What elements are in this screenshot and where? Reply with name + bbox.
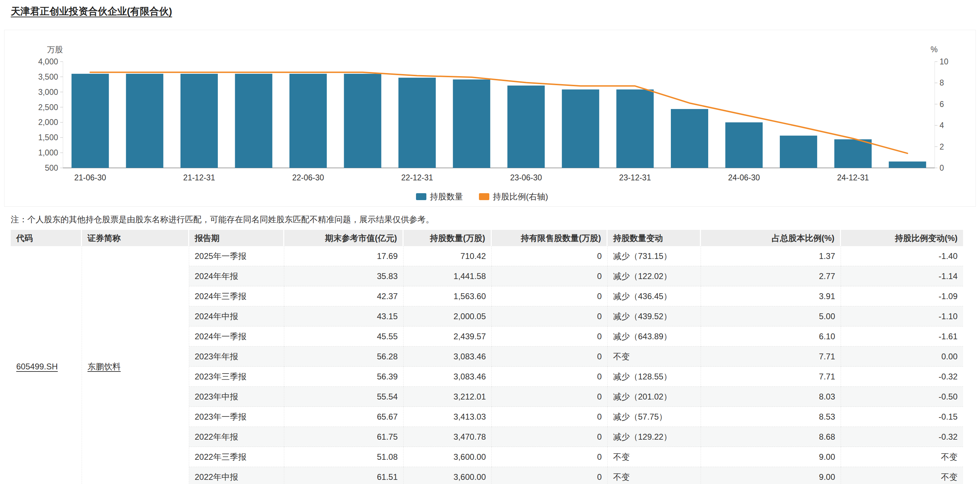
cell-ratio-change: -1.14: [841, 266, 963, 286]
cell-quantity-change: 减少（731.15）: [608, 246, 701, 266]
cell-ratio-change: -1.61: [841, 326, 963, 347]
cell-market-value: 17.69: [284, 246, 404, 266]
stock-code-link[interactable]: 605499.SH: [16, 362, 58, 371]
cell-capital-ratio: 8.03: [701, 387, 841, 407]
cell-holding-quantity: 710.42: [404, 246, 492, 266]
x-axis-tick-label: 24-12-31: [837, 173, 869, 182]
cell-market-value: 35.83: [284, 266, 404, 286]
holdings-table: 代码证券简称报告期期末参考市值(亿元)持股数量(万股)持有限售股数量(万股)持股…: [11, 230, 963, 484]
cell-restricted-quantity: 0: [492, 467, 608, 484]
right-axis-tick-label: 4: [940, 121, 944, 130]
stock-name-link[interactable]: 东鹏饮料: [88, 362, 121, 371]
table-header: 代码证券简称报告期期末参考市值(亿元)持股数量(万股)持有限售股数量(万股)持股…: [11, 230, 963, 246]
cell-ratio-change: -0.50: [841, 387, 963, 407]
chart-bar: [507, 86, 545, 168]
right-axis-tick-label: 2: [940, 142, 944, 151]
cell-ratio-change: 0.00: [841, 347, 963, 367]
chart-bar: [126, 74, 163, 168]
x-axis-tick-label: 22-12-31: [401, 173, 433, 182]
cell-report-period: 2023年中报: [189, 387, 284, 407]
cell-ratio-change: -0.32: [841, 367, 963, 387]
cell-market-value: 51.08: [284, 447, 404, 467]
cell-market-value: 55.54: [284, 387, 404, 407]
chart-bar: [453, 80, 490, 168]
cell-ratio-change: -1.40: [841, 246, 963, 266]
right-axis-tick-label: 10: [940, 57, 948, 66]
chart-bar: [235, 74, 272, 168]
column-header: 持有限售股数量(万股): [492, 230, 608, 246]
column-header: 占总股本比例(%): [701, 230, 841, 246]
left-axis-tick-label: 3,000: [38, 88, 58, 97]
x-axis-tick-label: 23-06-30: [510, 173, 542, 182]
right-axis-tick-label: 6: [940, 100, 944, 109]
left-axis-tick-label: 1,000: [38, 148, 58, 157]
cell-quantity-change: 不变: [608, 447, 701, 467]
cell-quantity-change: 减少（129.22）: [608, 427, 701, 447]
cell-report-period: 2024年年报: [189, 266, 284, 286]
cell-quantity-change: 减少（57.75）: [608, 407, 701, 427]
cell-report-period: 2023年三季报: [189, 367, 284, 387]
cell-capital-ratio: 3.91: [701, 286, 841, 307]
cell-market-value: 43.15: [284, 307, 404, 326]
legend-line-swatch[interactable]: [479, 193, 489, 200]
right-axis-unit-label: %: [931, 45, 937, 54]
cell-capital-ratio: 6.10: [701, 326, 841, 347]
cell-restricted-quantity: 0: [492, 307, 608, 326]
cell-quantity-change: 减少（122.02）: [608, 266, 701, 286]
cell-report-period: 2023年年报: [189, 347, 284, 367]
cell-ratio-change: -1.09: [841, 286, 963, 307]
cell-restricted-quantity: 0: [492, 286, 608, 307]
cell-holding-quantity: 3,083.46: [404, 347, 492, 367]
cell-restricted-quantity: 0: [492, 407, 608, 427]
cell-quantity-change: 减少（439.52）: [608, 307, 701, 326]
legend-line-label[interactable]: 持股比例(右轴): [493, 192, 548, 201]
cell-report-period: 2024年中报: [189, 307, 284, 326]
cell-market-value: 45.55: [284, 326, 404, 347]
cell-report-period: 2023年一季报: [189, 407, 284, 427]
cell-report-period: 2022年中报: [189, 467, 284, 484]
cell-holding-quantity: 2,439.57: [404, 326, 492, 347]
cell-market-value: 65.67: [284, 407, 404, 427]
disclaimer-note: 注：个人股东的其他持仓股票是由股东名称进行匹配，可能存在同名同姓股东匹配不精准问…: [11, 214, 434, 225]
right-axis-tick-label: 0: [940, 163, 944, 173]
cell-quantity-change: 减少（643.89）: [608, 326, 701, 347]
left-axis-tick-label: 2,000: [38, 118, 58, 127]
cell-quantity-change: 减少（436.45）: [608, 286, 701, 307]
cell-holding-quantity: 3,413.03: [404, 407, 492, 427]
chart-bar: [72, 74, 109, 168]
left-axis-tick-label: 4,000: [38, 57, 58, 66]
cell-ratio-change: -1.10: [841, 307, 963, 326]
cell-quantity-change: 不变: [608, 467, 701, 484]
holdings-chart: 4,0003,5003,0002,5002,0001,5001,00050010…: [4, 30, 976, 207]
shareholder-title-link[interactable]: 天津君正创业投资合伙企业(有限合伙): [11, 5, 172, 18]
cell-capital-ratio: 7.71: [701, 367, 841, 387]
cell-ratio-change: -0.32: [841, 427, 963, 447]
chart-bar: [290, 74, 327, 168]
x-axis-tick-label: 24-06-30: [728, 173, 760, 182]
chart-bar: [562, 89, 599, 168]
cell-holding-quantity: 1,441.58: [404, 266, 492, 286]
chart-bar: [344, 74, 382, 168]
cell-ratio-change: 不变: [841, 447, 963, 467]
cell-report-period: 2024年一季报: [189, 326, 284, 347]
cell-capital-ratio: 5.00: [701, 307, 841, 326]
cell-capital-ratio: 8.68: [701, 427, 841, 447]
cell-quantity-change: 不变: [608, 347, 701, 367]
cell-capital-ratio: 8.53: [701, 407, 841, 427]
cell-restricted-quantity: 0: [492, 347, 608, 367]
column-header: 报告期: [189, 230, 284, 246]
legend-bar-label[interactable]: 持股数量: [430, 192, 463, 201]
cell-ratio-change: -0.15: [841, 407, 963, 427]
column-header: 持股数量(万股): [404, 230, 492, 246]
cell-market-value: 61.51: [284, 467, 404, 484]
chart-bar: [834, 139, 872, 168]
cell-holding-quantity: 2,000.05: [404, 307, 492, 326]
cell-holding-quantity: 3,600.00: [404, 447, 492, 467]
left-axis-tick-label: 500: [45, 163, 58, 173]
left-axis-tick-label: 2,500: [38, 103, 58, 112]
cell-report-period: 2024年三季报: [189, 286, 284, 307]
cell-capital-ratio: 9.00: [701, 447, 841, 467]
stock-code-cell: 605499.SH: [11, 246, 82, 484]
legend-bar-swatch[interactable]: [416, 193, 426, 200]
chart-bar: [671, 109, 708, 168]
